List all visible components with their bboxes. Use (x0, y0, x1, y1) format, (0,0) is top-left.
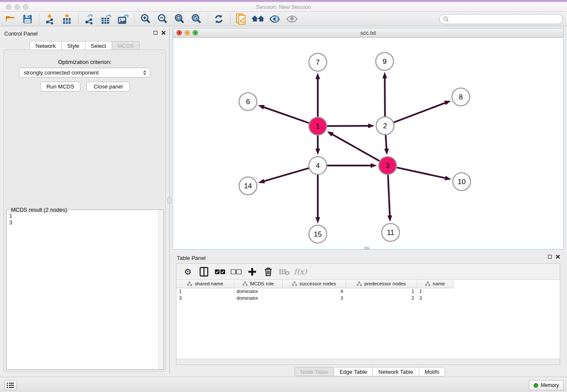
network-resize-handle[interactable] (364, 247, 369, 249)
gear-icon[interactable]: ⚙ (182, 266, 194, 278)
list-icon (7, 382, 14, 388)
edge-2-9[interactable] (385, 77, 385, 116)
zoom-selected-icon[interactable] (190, 13, 203, 25)
show-networks-icon[interactable] (252, 13, 264, 25)
edge-2-3[interactable] (385, 135, 386, 150)
node-table-container: ⚙ f(x) shared nameMCDS rolesuccessor nod (176, 263, 560, 365)
node-label-10: 10 (458, 178, 466, 186)
network-graph[interactable]: 7968124310141511 (173, 38, 563, 249)
app-titlebar: Session: New Session (0, 2, 567, 12)
zoom-fit-icon[interactable] (173, 13, 186, 25)
open-session-icon[interactable] (4, 13, 17, 25)
mcds-result-text[interactable]: 1 3 (7, 211, 158, 369)
zoom-out-icon[interactable] (156, 13, 169, 25)
clone-network-icon[interactable] (235, 13, 248, 25)
node-label-7: 7 (316, 58, 319, 66)
column-header-shared-name[interactable]: shared name (176, 280, 234, 288)
column-header-MCDS-role[interactable]: MCDS role (234, 280, 282, 288)
import-table-icon[interactable] (61, 13, 73, 25)
mcds-result-group: MCDS result (2 nodes) 1 3 (6, 210, 164, 370)
tab-node-table[interactable]: Node Table (295, 367, 334, 376)
dropdown-value: strongly connected component (24, 69, 99, 76)
network-canvas[interactable]: 7968124310141511 (173, 38, 563, 249)
cell-name[interactable]: 1 (417, 288, 453, 295)
control-panel: Control Panel NetworkStyleSelectMCDS Opt… (0, 28, 169, 373)
columns-icon[interactable] (198, 266, 210, 278)
tab-network[interactable]: Network (30, 41, 62, 50)
node-label-8: 8 (459, 93, 462, 101)
edge-2-8[interactable] (394, 102, 446, 122)
import-network-icon[interactable] (44, 13, 56, 25)
tab-edge-table[interactable]: Edge Table (334, 367, 373, 376)
search-icon (443, 16, 449, 22)
zoom-in-icon[interactable] (139, 13, 152, 25)
table-panel-title: Table Panel (177, 255, 206, 261)
table-row[interactable]: 1dominator411 (176, 288, 453, 295)
mcds-panel: Optimization criterion: strongly connect… (3, 50, 166, 372)
control-panel-tabs: NetworkStyleSelectMCDS (30, 41, 140, 50)
cell-shared-name[interactable]: 3 (176, 295, 234, 301)
main-toolbar (0, 12, 567, 26)
tab-style[interactable]: Style (62, 41, 85, 50)
optimization-criterion-dropdown[interactable]: strongly connected component (19, 68, 150, 77)
edge-3-10[interactable] (396, 168, 446, 178)
node-label-6: 6 (246, 98, 250, 106)
search-input[interactable] (451, 16, 562, 22)
table-row[interactable]: 3dominator323 (176, 295, 453, 301)
hide-eye-icon[interactable] (269, 13, 281, 25)
tab-select[interactable]: Select (85, 41, 112, 50)
cell-MCDS-role[interactable]: dominator (234, 288, 282, 295)
cell-successor-nodes[interactable]: 3 (282, 295, 346, 301)
edge-3-11[interactable] (388, 175, 390, 217)
tab-mcds[interactable]: MCDS (112, 41, 140, 50)
column-header-name[interactable]: name (417, 280, 453, 288)
add-column-icon[interactable] (246, 266, 259, 278)
table-hscrollbar[interactable] (176, 359, 560, 364)
column-header-predecessor-nodes[interactable]: predecessor nodes (346, 280, 417, 288)
close-panel-button[interactable]: Close panel (86, 82, 130, 91)
edge-3-1[interactable] (331, 134, 380, 161)
cell-predecessor-nodes[interactable]: 1 (346, 288, 417, 295)
node-table[interactable]: shared nameMCDS rolesuccessor nodesprede… (176, 280, 560, 359)
tab-motifs[interactable]: Motifs (419, 367, 445, 376)
toolbar-separator (208, 14, 208, 25)
memory-button[interactable]: Memory (529, 380, 564, 390)
cell-MCDS-role[interactable]: dominator (234, 295, 282, 301)
cell-name[interactable]: 3 (417, 295, 453, 301)
toolbar-separator (39, 14, 39, 25)
cell-predecessor-nodes[interactable]: 2 (346, 295, 417, 301)
tab-network-table[interactable]: Network Table (373, 367, 419, 376)
export-table-icon[interactable] (100, 13, 113, 25)
delete-table-icon (278, 266, 291, 278)
table-panel-tabs: Node TableEdge TableNetwork TableMotifs (295, 367, 445, 376)
deselect-all-icon[interactable] (230, 266, 242, 278)
column-header-successor-nodes[interactable]: successor nodes (282, 280, 346, 288)
node-label-3: 3 (385, 162, 389, 170)
node-label-4: 4 (316, 162, 319, 170)
result-scrollbar[interactable] (158, 210, 163, 369)
run-mcds-button[interactable]: Run MCDS (40, 82, 80, 91)
edge-1-2[interactable] (327, 126, 369, 126)
float-panel-icon[interactable] (154, 31, 157, 35)
arrowhead-4-14 (258, 179, 265, 184)
select-all-icon[interactable] (214, 266, 226, 278)
splitter-grip[interactable] (168, 197, 171, 204)
delete-icon[interactable] (262, 266, 275, 278)
refresh-icon[interactable] (212, 13, 225, 25)
search-field[interactable] (439, 14, 563, 24)
export-network-icon[interactable] (83, 13, 96, 25)
edge-1-6[interactable] (263, 107, 309, 123)
task-history-button[interactable] (4, 380, 17, 390)
close-panel-icon[interactable] (161, 30, 166, 35)
close-table-panel-icon[interactable] (556, 254, 560, 259)
edge-4-14[interactable] (263, 168, 309, 182)
save-session-icon[interactable] (21, 13, 34, 25)
export-image-icon[interactable] (117, 13, 129, 25)
float-table-panel-icon[interactable] (548, 255, 552, 259)
chevron-updown-icon (142, 69, 147, 77)
cell-shared-name[interactable]: 1 (176, 288, 234, 295)
app-title: Session: New Session (0, 4, 567, 10)
memory-status-icon (534, 383, 538, 388)
network-window-titlebar[interactable]: × − + scc.txt (173, 28, 563, 38)
cell-successor-nodes[interactable]: 4 (282, 288, 346, 295)
